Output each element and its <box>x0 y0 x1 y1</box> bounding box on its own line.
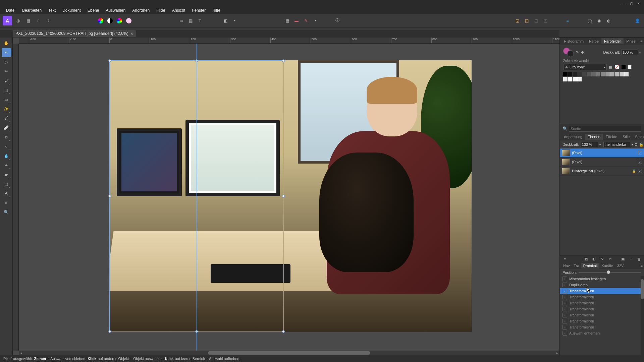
quick-mask-icon[interactable]: ◧ <box>221 17 229 25</box>
mask-icon[interactable]: ◩ <box>583 257 589 261</box>
layer-row[interactable]: Hintergrund (Pixel) 🔒 ✓ <box>560 167 644 176</box>
colour-wells[interactable] <box>563 48 574 57</box>
crop-subtract-icon[interactable]: ◐ <box>604 17 612 25</box>
assistant-icon[interactable]: ✎ <box>302 17 310 25</box>
colour-spectrum-icon[interactable] <box>115 17 123 25</box>
opacity-dropdown-icon[interactable]: ▾ <box>639 51 641 54</box>
colour-replace-tool[interactable]: 🖍 <box>2 114 11 123</box>
view-tool[interactable]: ✋ <box>2 39 11 48</box>
dodge-tool[interactable]: ○ <box>2 142 11 151</box>
opacity-dropdown-icon[interactable]: ▾ <box>599 143 601 146</box>
swatch-set-select[interactable]: Grautöne ▾ <box>563 64 607 70</box>
menu-text[interactable]: Text <box>45 7 59 14</box>
menu-datei[interactable]: Datei <box>3 7 19 14</box>
bottom-panel-menu-icon[interactable]: ≡ <box>641 264 643 268</box>
history-row[interactable]: ▫Transformieren <box>560 300 644 306</box>
colour-bw-icon[interactable] <box>106 17 114 25</box>
layer-row[interactable]: (Pixel) ✓ <box>560 148 644 158</box>
tab-kanaele[interactable]: Kanäle <box>599 263 615 268</box>
swatch[interactable] <box>563 72 568 76</box>
flood-select-tool[interactable]: ✨ <box>2 105 11 113</box>
crop-intersect-icon[interactable]: ◉ <box>595 17 603 25</box>
close-tab-icon[interactable]: ✕ <box>130 32 133 36</box>
menu-filter[interactable]: Filter <box>153 7 169 14</box>
selection-marquee-icon[interactable]: ▭ <box>177 17 185 25</box>
selection-marquee-tool[interactable]: ▭ <box>2 95 11 104</box>
history-scrollbar[interactable] <box>641 276 644 355</box>
swatch[interactable] <box>587 72 591 76</box>
mesh-warp-tool[interactable]: ⌗ <box>2 198 11 207</box>
search-input[interactable] <box>569 126 641 132</box>
layer-visibility-checkbox[interactable]: ✓ <box>638 151 642 155</box>
eyedropper-icon[interactable]: ✎ <box>576 50 579 55</box>
history-row[interactable]: ▫Auswahl entfernen <box>560 330 644 336</box>
history-row[interactable]: ▫Mischmodus festlegen <box>560 276 644 282</box>
swatch[interactable] <box>568 77 572 81</box>
paint-brush-tool[interactable]: 🖌 <box>2 76 11 85</box>
arrange-back-icon[interactable]: ◱ <box>513 17 521 25</box>
resize-handle-top-right[interactable] <box>282 59 285 62</box>
ruler-horizontal[interactable]: -200 -100 0 100 200 300 400 500 600 700 … <box>19 38 559 44</box>
gradient-tool[interactable]: ▰ <box>2 170 11 179</box>
menu-dokument[interactable]: Dokument <box>59 7 84 14</box>
healing-brush-tool[interactable]: 🩹 <box>2 123 11 132</box>
canvas[interactable] <box>19 44 559 351</box>
history-row[interactable]: ▫Duplizieren <box>560 282 644 288</box>
document-tab[interactable]: PXL_20230105_140800269.PORTRAIT.jpg [Geä… <box>13 30 136 37</box>
persona-liquify-icon[interactable]: ▦ <box>24 17 32 25</box>
node-tool[interactable]: ▷ <box>2 58 11 66</box>
swatch[interactable] <box>601 72 605 76</box>
window-close-button[interactable]: ✕ <box>635 1 642 6</box>
tab-stock[interactable]: Stock <box>632 134 644 140</box>
panel-menu-icon[interactable]: ≡ <box>639 39 644 43</box>
swatch[interactable] <box>624 72 629 76</box>
resize-handle-bot-right[interactable] <box>282 330 285 333</box>
dropdown-arrow-icon[interactable]: ▾ <box>231 17 239 25</box>
tab-stile[interactable]: Stile <box>620 134 632 140</box>
tab-nav[interactable]: Nav <box>561 263 572 268</box>
layer-visibility-checkbox[interactable]: ✓ <box>638 160 642 164</box>
swatch[interactable] <box>568 72 572 76</box>
delete-layer-icon[interactable]: 🗑 <box>636 257 642 261</box>
blend-dropdown-icon[interactable]: ▾ <box>632 143 633 146</box>
tab-32v[interactable]: 32V <box>615 263 626 268</box>
tab-tra[interactable]: Tra <box>572 263 581 268</box>
resize-handle-bot-left[interactable] <box>108 330 111 333</box>
black-swatch[interactable] <box>622 65 626 69</box>
persona-export-icon[interactable]: ⇪ <box>44 17 52 25</box>
tab-anpassung[interactable]: Anpassung <box>561 134 585 140</box>
scrollbar-thumb[interactable] <box>208 351 370 355</box>
persona-develop-icon[interactable]: ⎍ <box>34 17 42 25</box>
crop-add-icon[interactable]: ◯ <box>586 17 594 25</box>
clone-tool[interactable]: ⧉ <box>2 133 11 141</box>
window-minimize-button[interactable]: — <box>621 1 627 6</box>
history-row[interactable]: ▫Transformieren <box>560 312 644 318</box>
account-icon[interactable]: 👤 <box>633 17 641 25</box>
resize-handle-mid-left[interactable] <box>108 195 111 197</box>
scroll-left-icon[interactable]: ◂ <box>19 351 23 355</box>
pixel-grid-icon[interactable]: ▬ <box>292 17 301 25</box>
selection-text-icon[interactable]: 𝐓 <box>196 17 204 25</box>
swatch[interactable] <box>577 72 582 76</box>
dropdown-arrow-icon-2[interactable]: ▾ <box>311 17 319 25</box>
history-slider[interactable] <box>579 272 641 273</box>
zoom-tool[interactable]: 🔍 <box>2 208 11 217</box>
add-layer-icon[interactable]: ＋ <box>628 256 634 261</box>
tab-farbfelder[interactable]: Farbfelder <box>601 38 624 44</box>
layer-blend-icon[interactable]: ≡ <box>562 257 568 261</box>
grid-icon[interactable]: ▦ <box>283 17 291 25</box>
colour-tint-icon[interactable] <box>125 17 133 25</box>
resize-handle-top-left[interactable] <box>108 59 111 62</box>
menu-ebene[interactable]: Ebene <box>84 7 103 14</box>
layer-visibility-checkbox[interactable]: ✓ <box>638 169 642 173</box>
ruler-vertical[interactable] <box>13 44 19 351</box>
tab-effekte[interactable]: Effekte <box>603 134 620 140</box>
adjustment-icon[interactable]: ◐ <box>591 257 597 261</box>
blend-mode-select[interactable] <box>603 142 630 147</box>
selection-refine-icon[interactable]: ▨ <box>186 17 195 25</box>
persona-photo-icon[interactable]: ◎ <box>14 17 22 25</box>
swatch[interactable] <box>615 72 619 76</box>
shape-tool[interactable]: ▢ <box>2 180 11 188</box>
layer-row[interactable]: (Pixel) ✓ <box>560 158 644 167</box>
swatch[interactable] <box>620 72 624 76</box>
